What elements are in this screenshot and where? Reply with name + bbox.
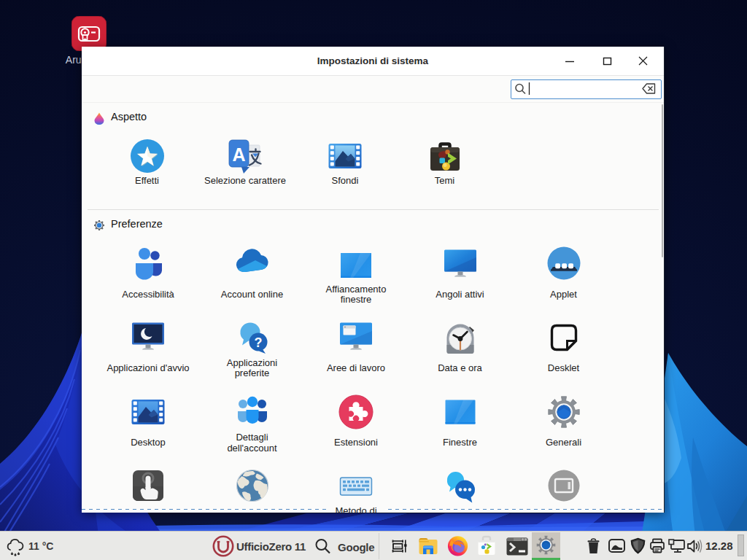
svg-text:?: ? — [254, 335, 262, 350]
svg-text:A: A — [232, 144, 245, 165]
